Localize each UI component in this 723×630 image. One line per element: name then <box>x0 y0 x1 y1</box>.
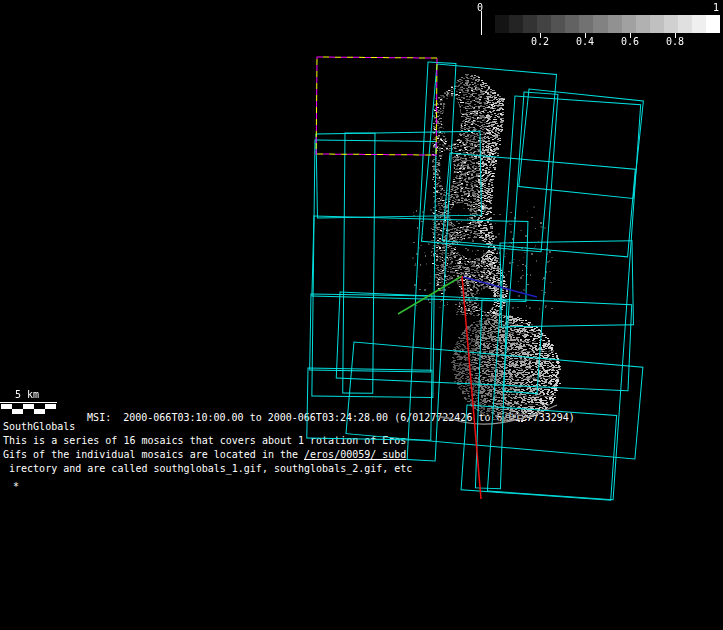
colorbar-gradient <box>495 15 720 33</box>
red-axis-line <box>462 276 481 499</box>
colorbar-step <box>565 15 579 33</box>
scene-3d-viewport[interactable] <box>0 0 723 630</box>
colorbar-step <box>593 15 607 33</box>
scalebar-check-cell <box>23 409 34 414</box>
mosaic-footprint-outline <box>307 368 432 440</box>
scalebar-check-cell <box>1 409 12 414</box>
colorbar: 0 1 0.20.40.60.8 <box>477 2 723 52</box>
colorbar-max-label: 1 <box>713 2 719 13</box>
colorbar-step <box>608 15 622 33</box>
colorbar-step <box>692 15 706 33</box>
colorbar-left-tick <box>481 11 482 35</box>
colorbar-step <box>495 15 509 33</box>
scalebar: 5 km <box>0 387 62 415</box>
scalebar-check-cell <box>12 409 23 414</box>
mosaic-footprint-outline <box>336 292 631 391</box>
colorbar-step <box>650 15 664 33</box>
body-axes-layer <box>398 276 537 499</box>
mosaic-footprint-outline <box>475 300 507 489</box>
colorbar-step <box>664 15 678 33</box>
scalebar-check-cell <box>45 409 56 414</box>
colorbar-tick-label: 0.4 <box>573 36 597 47</box>
mosaic-footprint-outline <box>461 405 617 500</box>
scalebar-check-cell <box>34 409 45 414</box>
colorbar-step <box>509 15 523 33</box>
colorbar-step <box>537 15 551 33</box>
colorbar-step <box>523 15 537 33</box>
scalebar-label: 5 km <box>15 389 39 400</box>
viewer-screen: MSI: 2000-066T03:10:00.00 to 2000-066T03… <box>0 0 723 630</box>
mosaic-footprint-outline <box>487 96 640 500</box>
colorbar-tick-label: 0.8 <box>663 36 687 47</box>
mosaic-footprint-outline <box>316 131 481 218</box>
scalebar-top-line <box>0 402 57 403</box>
colorbar-step <box>706 15 720 33</box>
colorbar-step <box>551 15 565 33</box>
mosaic-footprint-outline <box>519 89 644 198</box>
colorbar-step <box>579 15 593 33</box>
mosaic-footprint-outline <box>500 241 633 327</box>
mosaic-footprint-outline <box>346 342 643 459</box>
colorbar-step <box>678 15 692 33</box>
mosaic-footprint-outline <box>343 133 375 393</box>
colorbar-tick-label: 0.2 <box>528 36 552 47</box>
colorbar-step <box>636 15 650 33</box>
scalebar-checkerboard <box>1 404 56 414</box>
colorbar-tick-label: 0.6 <box>618 36 642 47</box>
colorbar-step <box>622 15 636 33</box>
mosaic-footprint-outline <box>421 64 556 252</box>
